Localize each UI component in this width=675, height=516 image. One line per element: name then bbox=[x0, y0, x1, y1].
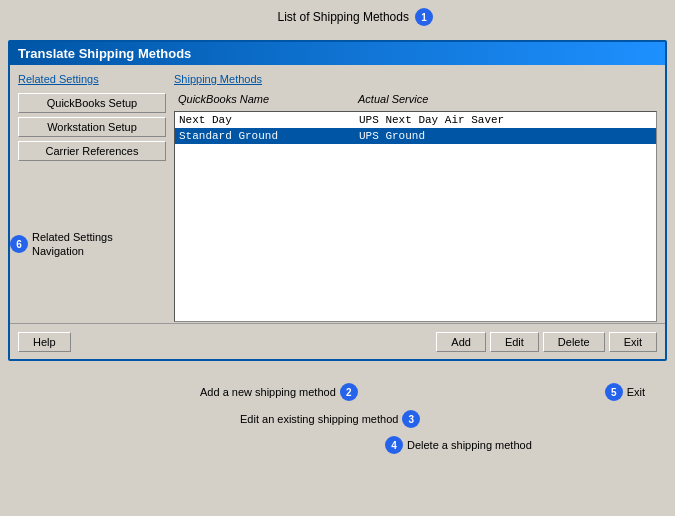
row2-name: Standard Ground bbox=[179, 130, 359, 142]
carrier-references-button[interactable]: Carrier References bbox=[18, 141, 166, 161]
badge-6: 6 bbox=[10, 235, 28, 253]
annotation-6: 6 Related SettingsNavigation bbox=[10, 230, 113, 259]
dialog-window: Translate Shipping Methods Related Setti… bbox=[8, 40, 667, 361]
dialog-title: Translate Shipping Methods bbox=[18, 46, 191, 61]
annotation-4-label: Delete a shipping method bbox=[407, 439, 532, 451]
dialog-content: Related Settings QuickBooks Setup Workst… bbox=[10, 65, 665, 330]
delete-button[interactable]: Delete bbox=[543, 332, 605, 352]
annotation-5: 5 Exit bbox=[605, 383, 645, 401]
top-annotation: List of Shipping Methods 1 bbox=[278, 8, 433, 26]
left-panel: Related Settings QuickBooks Setup Workst… bbox=[18, 73, 166, 322]
annotation-6-label: Related SettingsNavigation bbox=[32, 230, 113, 259]
annotation-3-label: Edit an existing shipping method bbox=[240, 413, 398, 425]
quickbooks-setup-button[interactable]: QuickBooks Setup bbox=[18, 93, 166, 113]
related-settings-title: Related Settings bbox=[18, 73, 166, 85]
row1-name: Next Day bbox=[179, 114, 359, 126]
row1-service: UPS Next Day Air Saver bbox=[359, 114, 652, 126]
annotation-3: Edit an existing shipping method 3 bbox=[240, 410, 420, 428]
col-header-service: Actual Service bbox=[358, 93, 653, 105]
row2-service: UPS Ground bbox=[359, 130, 652, 142]
badge-2: 2 bbox=[340, 383, 358, 401]
annotation-2-label: Add a new shipping method bbox=[200, 386, 336, 398]
dialog-footer: Help Add Edit Delete Exit bbox=[10, 323, 665, 359]
shipping-methods-table: Next Day UPS Next Day Air Saver Standard… bbox=[174, 111, 657, 322]
col-header-name: QuickBooks Name bbox=[178, 93, 358, 105]
badge-1: 1 bbox=[415, 8, 433, 26]
annotation-2: Add a new shipping method 2 bbox=[200, 383, 358, 401]
edit-button[interactable]: Edit bbox=[490, 332, 539, 352]
shipping-methods-title: Shipping Methods bbox=[174, 73, 657, 85]
add-button[interactable]: Add bbox=[436, 332, 486, 352]
annotation-5-label: Exit bbox=[627, 386, 645, 398]
badge-5: 5 bbox=[605, 383, 623, 401]
dialog-titlebar: Translate Shipping Methods bbox=[10, 42, 665, 65]
badge-3: 3 bbox=[402, 410, 420, 428]
table-row[interactable]: Next Day UPS Next Day Air Saver bbox=[175, 112, 656, 128]
annotation-4: 4 Delete a shipping method bbox=[385, 436, 532, 454]
table-header: QuickBooks Name Actual Service bbox=[174, 91, 657, 107]
top-annotation-label: List of Shipping Methods bbox=[278, 10, 409, 24]
help-button[interactable]: Help bbox=[18, 332, 71, 352]
exit-button[interactable]: Exit bbox=[609, 332, 657, 352]
workstation-setup-button[interactable]: Workstation Setup bbox=[18, 117, 166, 137]
right-panel: Shipping Methods QuickBooks Name Actual … bbox=[174, 73, 657, 322]
badge-4: 4 bbox=[385, 436, 403, 454]
table-row[interactable]: Standard Ground UPS Ground bbox=[175, 128, 656, 144]
